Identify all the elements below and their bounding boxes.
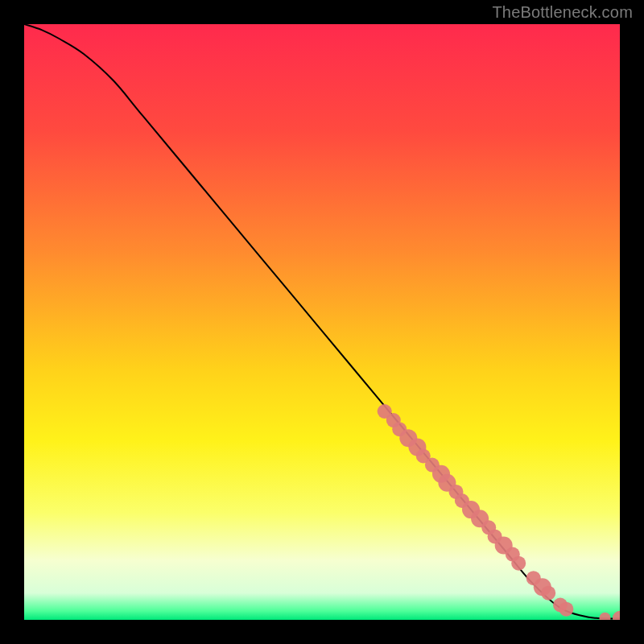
data-point: [511, 556, 526, 571]
plot-area: [24, 24, 620, 620]
data-point: [559, 602, 573, 617]
chart-svg: [24, 24, 620, 620]
gradient-background: [24, 24, 620, 620]
data-point: [541, 586, 555, 601]
attribution-label: TheBottleneck.com: [492, 3, 633, 22]
chart-stage: TheBottleneck.com: [0, 0, 644, 644]
